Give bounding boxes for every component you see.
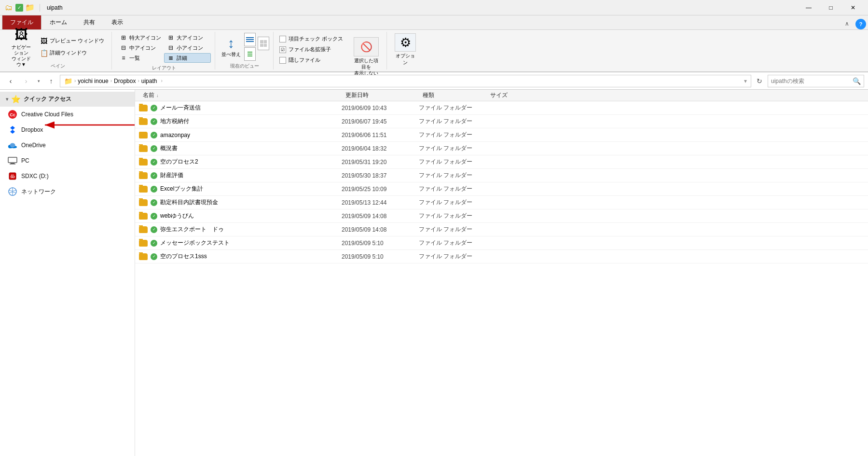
layout-detail[interactable]: ≣ 詳細 — [164, 53, 211, 63]
status-dot: ✓ — [151, 213, 157, 220]
file-date: 2019/06/09 10:43 — [342, 105, 386, 111]
col-size[interactable]: サイズ — [486, 91, 535, 99]
layout-small-icon[interactable]: ⊟ 小アイコン — [164, 43, 211, 53]
layout-items: ⊞ 特大アイコン ⊞ 大アイコン ⊟ 中アイコン ⊟ 小アイコン ≡ 一覧 ≣ … — [117, 33, 211, 63]
maximize-button[interactable]: □ — [820, 0, 842, 15]
table-row[interactable]: ✓ Excelブック集計 2019/05/25 10:09 ファイル フォルダー — [135, 182, 868, 196]
path-sep-1: › — [74, 78, 76, 83]
close-button[interactable]: ✕ — [842, 0, 864, 15]
path-part-2[interactable]: Dropbox — [114, 78, 136, 84]
table-row[interactable]: ✓ 財産評価 2019/05/30 18:37 ファイル フォルダー — [135, 169, 868, 182]
layout-medium-icon[interactable]: ⊟ 中アイコン — [117, 43, 164, 53]
status-dot: ✓ — [151, 199, 157, 206]
file-date-cell: 2019/06/04 18:32 — [342, 145, 419, 152]
col-type[interactable]: 種類 — [419, 91, 486, 99]
extension-checkbox[interactable]: ☑ — [279, 46, 286, 53]
table-row[interactable]: ✓ メッセージボックステスト 2019/05/09 5:10 ファイル フォルダ… — [135, 236, 868, 250]
sidebar-item-sdxc[interactable]: SD XC SDXC (D:) — [0, 168, 135, 184]
file-name-cell: ✓ 空のプロセス2 — [139, 158, 342, 166]
back-button[interactable]: ‹ — [4, 75, 17, 87]
search-box[interactable]: 🔍 — [768, 75, 864, 87]
table-row[interactable]: ✓ 概況書 2019/06/04 18:32 ファイル フォルダー — [135, 142, 868, 155]
item-checkbox[interactable] — [279, 36, 286, 42]
hide-selected-button[interactable]: 🚫 選択した項目を表示しない — [350, 35, 383, 79]
onedrive-icon — [8, 140, 17, 150]
preview-window-button[interactable]: 🖼 プレビュー ウィンドウ — [37, 36, 108, 46]
file-area: 名前 ↓ 更新日時 種類 サイズ ✓ メール一斉送信 2019/06/09 10… — [135, 90, 868, 456]
help-button[interactable]: ? — [855, 19, 866, 29]
grid-lines-button[interactable] — [258, 37, 269, 50]
view-columns-button[interactable] — [244, 33, 256, 46]
path-part-1[interactable]: yoichi inoue — [78, 78, 108, 84]
file-type-cell: ファイル フォルダー — [419, 212, 486, 220]
table-row[interactable]: ✓ webゆうびん 2019/05/09 14:08 ファイル フォルダー — [135, 209, 868, 223]
table-row[interactable]: ✓ メール一斉送信 2019/06/09 10:43 ファイル フォルダー — [135, 101, 868, 115]
onedrive-label: OneDrive — [21, 142, 46, 149]
file-name-cell: ✓ webゆうびん — [139, 212, 342, 220]
file-type: ファイル フォルダー — [419, 212, 472, 220]
col-date[interactable]: 更新日時 — [342, 91, 419, 99]
item-checkbox-row[interactable]: 項目チェック ボックス — [278, 35, 344, 43]
file-name-cell: ✓ 勘定科目内訳書現預金 — [139, 198, 342, 207]
hidden-checkbox-label: 隠しファイル — [289, 56, 320, 64]
file-type: ファイル フォルダー — [419, 131, 472, 139]
quick-access-label: クイック アクセス — [24, 95, 71, 103]
hidden-checkbox-row[interactable]: 隠しファイル — [278, 56, 344, 64]
history-dropdown[interactable]: ▾ — [35, 75, 42, 87]
tab-view[interactable]: 表示 — [103, 15, 131, 29]
forward-button[interactable]: › — [19, 75, 33, 87]
sidebar-item-creative-cloud[interactable]: Cc Creative Cloud Files — [0, 107, 135, 122]
up-button[interactable]: ↑ — [44, 75, 58, 87]
file-name: 弥生エスクポート ドゥ — [160, 225, 224, 234]
tab-home[interactable]: ホーム — [41, 15, 75, 29]
status-dot: ✓ — [151, 172, 157, 179]
file-type: ファイル フォルダー — [419, 117, 472, 125]
options-icon: ⚙ — [395, 33, 416, 52]
detail-window-button[interactable]: 📋 詳細ウィンドウ — [37, 48, 108, 58]
pane-group-label: ペイン — [51, 62, 65, 69]
layout-large-icon[interactable]: ⊞ 大アイコン — [164, 33, 211, 42]
file-date: 2019/05/09 14:08 — [342, 213, 386, 220]
expand-address-button[interactable]: ▾ — [744, 78, 747, 84]
tab-share[interactable]: 共有 — [75, 15, 103, 29]
col-name-label: 名前 — [143, 91, 154, 99]
folder-icon-row — [139, 213, 148, 220]
quick-access-section[interactable]: ▾ ⭐ クイック アクセス — [0, 92, 135, 107]
hidden-checkbox[interactable] — [279, 57, 286, 64]
small-icon: ⊟ — [166, 44, 175, 51]
hide-selected-icon: 🚫 — [354, 37, 379, 56]
options-button[interactable]: ⚙ オプション — [392, 33, 419, 67]
ribbon-collapse-button[interactable]: ∧ — [840, 18, 854, 29]
file-type: ファイル フォルダー — [419, 104, 472, 112]
search-icon[interactable]: 🔍 — [853, 77, 861, 85]
quick-access-arrow: ▾ — [6, 97, 8, 102]
layout-extra-large-icon[interactable]: ⊞ 特大アイコン — [117, 33, 164, 42]
table-row[interactable]: ✓ 弥生エスクポート ドゥ 2019/05/09 14:08 ファイル フォルダ… — [135, 223, 868, 236]
path-part-3[interactable]: uipath — [141, 78, 157, 84]
minimize-button[interactable]: — — [798, 0, 820, 15]
folder-icon-row — [139, 226, 148, 233]
col-name[interactable]: 名前 ↓ — [139, 91, 342, 99]
file-date: 2019/06/07 19:45 — [342, 118, 386, 125]
table-row[interactable]: ✓ 空のプロセス1sss 2019/05/09 5:10 ファイル フォルダー — [135, 250, 868, 263]
view-rows-button[interactable] — [244, 47, 256, 61]
refresh-button[interactable]: ↻ — [753, 75, 766, 87]
layout-list[interactable]: ≡ 一覧 — [117, 53, 164, 63]
table-row[interactable]: ✓ 地方税納付 2019/06/07 19:45 ファイル フォルダー — [135, 115, 868, 128]
address-path[interactable]: 📁 › yoichi inoue › Dropbox › uipath › ▾ — [60, 75, 751, 87]
svg-rect-8 — [8, 157, 17, 163]
file-date-cell: 2019/05/09 5:10 — [342, 240, 419, 247]
table-row[interactable]: ✓ 勘定科目内訳書現預金 2019/05/13 12:44 ファイル フォルダー — [135, 196, 868, 209]
sidebar-item-pc[interactable]: PC — [0, 153, 135, 168]
sidebar-item-dropbox[interactable]: Dropbox — [0, 122, 135, 138]
nav-window-button[interactable]: 🖼 ナビゲーションウィンドウ▼ — [8, 33, 35, 61]
table-row[interactable]: ✓ amazonpay 2019/06/06 11:51 ファイル フォルダー — [135, 128, 868, 142]
folder-icon-row — [139, 132, 148, 138]
sort-button[interactable]: ↕ 並べ替え — [220, 34, 242, 59]
file-type-cell: ファイル フォルダー — [419, 171, 486, 180]
table-row[interactable]: ✓ 空のプロセス2 2019/05/31 19:20 ファイル フォルダー — [135, 155, 868, 169]
search-input[interactable] — [771, 78, 851, 84]
sidebar-item-network[interactable]: ネットワーク — [0, 184, 135, 199]
sidebar-item-onedrive[interactable]: OneDrive — [0, 138, 135, 153]
extension-checkbox-row[interactable]: ☑ ファイル名拡張子 — [278, 45, 344, 54]
